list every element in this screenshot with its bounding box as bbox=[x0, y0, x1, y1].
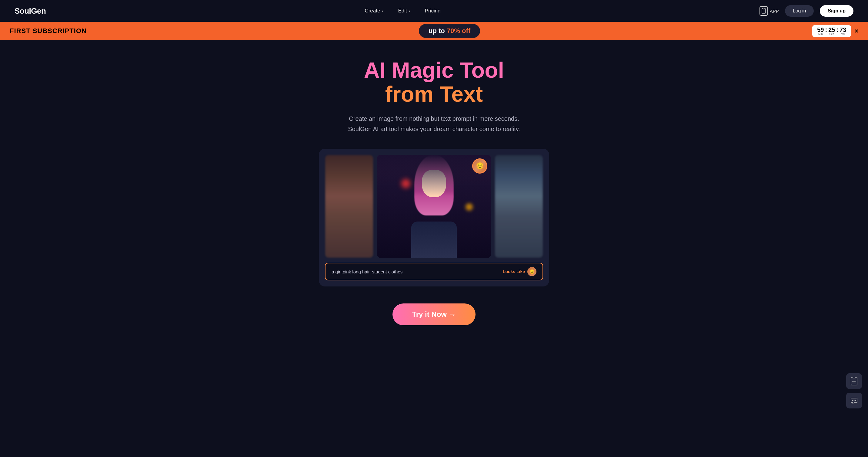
app-icon bbox=[760, 6, 768, 16]
app-side-button[interactable]: APP bbox=[846, 373, 862, 389]
login-button[interactable]: Log in bbox=[785, 5, 814, 17]
side-image-right bbox=[495, 155, 543, 258]
side-buttons: APP bbox=[846, 373, 862, 408]
hero-section: AI Magic Tool from Text Create an image … bbox=[0, 40, 868, 338]
nav-item-create[interactable]: Create ▾ bbox=[365, 8, 383, 14]
chevron-down-icon: ▾ bbox=[382, 9, 383, 13]
svg-point-6 bbox=[854, 400, 855, 401]
svg-point-5 bbox=[852, 400, 853, 401]
timer-seconds: 25 Sec bbox=[828, 27, 835, 35]
close-banner-button[interactable]: × bbox=[855, 28, 858, 35]
prompt-input-area[interactable]: a girl,pink long hair, student clothes L… bbox=[325, 263, 543, 280]
looks-like-section[interactable]: Looks Like 😊 bbox=[503, 267, 536, 276]
side-image-left bbox=[325, 155, 373, 258]
timer-ms: 73 MS bbox=[839, 27, 846, 35]
svg-point-7 bbox=[855, 400, 856, 401]
chat-side-button[interactable] bbox=[846, 393, 862, 408]
countdown-timer: 59 Min : 25 Sec : 73 MS bbox=[812, 25, 851, 37]
chevron-down-icon: ▾ bbox=[409, 9, 410, 13]
images-row: 😊 Prompt bbox=[325, 155, 543, 258]
nav-center: Create ▾ Edit ▾ Pricing bbox=[365, 8, 440, 14]
right-person-image bbox=[495, 155, 543, 258]
promo-text: FIRST SUBSCRIPTION bbox=[10, 27, 87, 35]
left-person-image bbox=[325, 155, 373, 258]
hero-title: AI Magic Tool from Text bbox=[364, 58, 504, 106]
character-clothes bbox=[411, 222, 457, 258]
nav-right: APP Log in Sign up bbox=[760, 5, 854, 17]
svg-rect-3 bbox=[853, 377, 855, 378]
image-showcase: 😊 Prompt a girl,pink long hair, student … bbox=[319, 149, 549, 286]
promo-center: up to 70% off bbox=[419, 24, 480, 38]
hero-subtitle: Create an image from nothing but text pr… bbox=[348, 114, 520, 134]
app-button[interactable]: APP bbox=[760, 6, 779, 16]
signup-button[interactable]: Sign up bbox=[820, 5, 854, 17]
svg-rect-1 bbox=[763, 8, 765, 9]
promo-banner: FIRST SUBSCRIPTION up to 70% off 59 Min … bbox=[0, 22, 868, 40]
logo[interactable]: SoulGen bbox=[14, 6, 46, 16]
promo-right: 59 Min : 25 Sec : 73 MS × bbox=[812, 25, 858, 37]
looks-like-avatar: 😊 bbox=[527, 267, 536, 276]
center-image: 😊 Prompt bbox=[377, 155, 491, 258]
promo-pill: up to 70% off bbox=[419, 24, 480, 38]
try-now-button[interactable]: Try it Now → bbox=[393, 304, 475, 325]
nav-item-edit[interactable]: Edit ▾ bbox=[398, 8, 410, 14]
svg-text:APP: APP bbox=[852, 380, 856, 383]
timer-minutes: 59 Min bbox=[817, 27, 824, 35]
nav-item-pricing[interactable]: Pricing bbox=[425, 8, 441, 14]
navigation: SoulGen Create ▾ Edit ▾ Pricing APP Log … bbox=[0, 0, 868, 22]
prompt-text-content: a girl,pink long hair, student clothes bbox=[332, 269, 402, 274]
